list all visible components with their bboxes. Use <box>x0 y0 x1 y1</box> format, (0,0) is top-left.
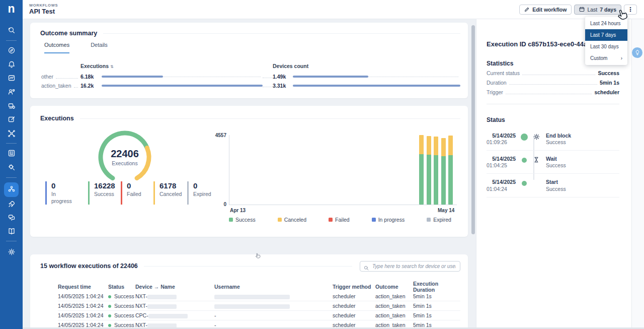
cell-duration: 5min 1s <box>413 312 460 318</box>
legend-success[interactable]: Success <box>229 217 256 223</box>
chat-bubbles-icon <box>8 215 16 223</box>
stacked-bar <box>441 138 446 205</box>
sort-icon[interactable]: ⇅ <box>110 64 114 69</box>
sidebar-item-alerts[interactable] <box>8 60 16 69</box>
cell-trigger: scheduler <box>333 303 375 309</box>
cell-outcome: action_taken <box>375 312 413 318</box>
sidebar-item-applications[interactable] <box>8 149 16 157</box>
search-input[interactable] <box>360 261 460 272</box>
sidebar-divider <box>6 40 17 41</box>
legend-failed[interactable]: Failed <box>329 217 350 223</box>
workflow-icon <box>8 185 16 195</box>
sidebar-item-campaigns[interactable] <box>8 115 16 123</box>
hourglass-icon <box>533 155 546 168</box>
cell-duration: 5min 1s <box>413 293 460 299</box>
executions-donut-chart: 22406 Executions <box>95 127 155 187</box>
divider <box>487 104 619 104</box>
sidebar-item-workflows[interactable] <box>4 182 19 197</box>
stat-value: 0 <box>193 181 211 190</box>
edit-workflow-button[interactable]: Edit workflow <box>519 5 572 15</box>
status-timeline: 5/14/202501:09:26 End blockSuccess 5/14/… <box>487 127 619 198</box>
sidebar-item-dashboards[interactable] <box>8 74 16 82</box>
cell-device: CPC- <box>135 312 214 318</box>
nexthink-logo[interactable]: n <box>0 2 23 16</box>
sidebar-item-administration[interactable] <box>8 248 16 256</box>
range-prefix-label: Last <box>587 7 597 13</box>
donut-total: 22406 <box>95 148 155 160</box>
menu-item-last-30-days[interactable]: Last 30 days <box>585 41 627 52</box>
stacked-bar <box>434 137 438 205</box>
cell-username <box>214 293 333 299</box>
pencil-icon <box>524 7 530 13</box>
legend-swatch-success <box>229 218 233 222</box>
book-icon <box>8 228 16 237</box>
col-device-name[interactable]: Device → Name <box>135 284 214 290</box>
cell-username <box>214 303 333 309</box>
legend-label: Failed <box>335 217 350 223</box>
table-row[interactable]: 14/05/2025 1:04:24 Success NXT- schedule… <box>58 301 460 311</box>
col-devices-count: Devices count <box>273 63 460 69</box>
workflow-executions-table-card: 15 workflow executions of 22406 Request … <box>30 254 468 329</box>
compass-icon <box>8 47 16 56</box>
chevron-right-icon: › <box>621 55 622 61</box>
redacted-text <box>147 304 177 309</box>
sidebar-divider <box>6 241 17 241</box>
x-axis-end: May 14 <box>438 208 454 213</box>
sidebar-item-engage[interactable] <box>8 88 16 96</box>
sidebar-item-network[interactable] <box>8 129 16 138</box>
scrollbar[interactable] <box>471 25 475 234</box>
devices-bar <box>293 73 460 80</box>
legend-swatch-canceled <box>278 218 282 222</box>
status-dot-success <box>108 314 111 317</box>
table-row[interactable]: 14/05/2025 1:04:24 Success NXT- schedule… <box>58 292 460 301</box>
col-executions[interactable]: Executions <box>80 63 109 69</box>
table-row[interactable]: 14/05/2025 1:04:24 Success CPC- - schedu… <box>58 311 460 320</box>
stat-current-status: Current statusSuccess <box>487 70 619 77</box>
timeline-dot <box>521 134 528 141</box>
col-request-time[interactable]: Request time <box>58 284 108 290</box>
stat-label: In progress <box>51 191 77 205</box>
cell-trigger: scheduler <box>333 293 375 299</box>
legend-canceled[interactable]: Canceled <box>278 217 306 223</box>
sidebar-item-remote-actions[interactable] <box>8 102 16 110</box>
stat-value: 0 <box>127 181 141 190</box>
sidebar-item-diagnostics[interactable] <box>8 163 16 171</box>
bell-icon <box>8 61 16 70</box>
sidebar-item-feedback[interactable] <box>8 214 16 222</box>
stat-canceled: 6178 Canceled <box>153 181 182 205</box>
stat-label: Expired <box>193 191 211 198</box>
sidebar-item-explore[interactable] <box>8 46 16 54</box>
stat-label: Failed <box>127 191 141 198</box>
cell-trigger: scheduler <box>333 312 375 318</box>
outcome-summary-card: Outcome summary Outcomes Details Executi… <box>30 23 468 98</box>
idea-bulb-button[interactable] <box>632 47 642 58</box>
menu-item-custom[interactable]: Custom› <box>585 52 627 64</box>
tab-outcomes[interactable]: Outcomes <box>44 42 69 53</box>
legend-expired[interactable]: Expired <box>427 217 451 223</box>
divider <box>103 33 460 34</box>
tab-details[interactable]: Details <box>91 42 108 53</box>
cell-status: Success <box>108 293 135 299</box>
col-execution-duration[interactable]: Execution Duration <box>413 281 460 293</box>
executions-card: Executions 22406 Executions 0 In progres… <box>30 106 468 237</box>
col-username[interactable]: Username <box>214 284 333 290</box>
status-dot-success <box>108 324 111 327</box>
outcome-table-header: Executions⇅ Devices count <box>38 63 460 69</box>
sidebar-item-investigate[interactable] <box>8 26 16 34</box>
col-status[interactable]: Status <box>108 284 135 290</box>
cell-request-time: 14/05/2025 1:04:24 <box>58 312 108 318</box>
devices-bar <box>293 82 460 89</box>
redacted-text <box>214 304 290 309</box>
executions-bar <box>102 73 263 80</box>
executions-bar-chart <box>229 135 457 205</box>
col-outcome[interactable]: Outcome <box>375 284 413 290</box>
menu-item-last-7-days[interactable]: Last 7 days <box>585 29 627 41</box>
col-trigger-method[interactable]: Trigger method <box>333 284 375 290</box>
y-axis-max: 4557 <box>206 133 226 138</box>
outcome-row-action-taken: action_taken 16.2k 3.31k <box>38 82 460 89</box>
stat-label: Canceled <box>159 191 182 198</box>
sidebar-item-adopt[interactable] <box>8 200 16 208</box>
sidebar-item-library[interactable] <box>8 227 16 235</box>
legend-in-progress[interactable]: In progress <box>372 217 405 223</box>
cell-username: - <box>214 312 333 318</box>
